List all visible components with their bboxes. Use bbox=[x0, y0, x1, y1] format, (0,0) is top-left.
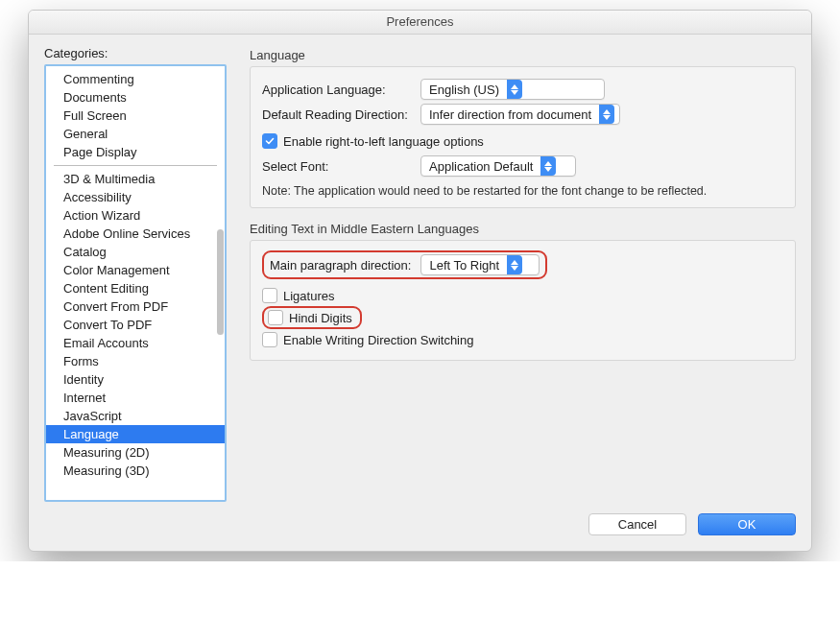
category-item[interactable]: Accessibility bbox=[46, 188, 225, 206]
category-item[interactable]: Forms bbox=[46, 352, 225, 370]
reading-direction-value: Infer direction from document bbox=[421, 105, 599, 124]
me-section-title: Editing Text in Middle Eastern Languages bbox=[250, 222, 796, 236]
preferences-window: Preferences Categories: CommentingDocume… bbox=[28, 10, 812, 552]
category-item[interactable]: Measuring (2D) bbox=[46, 443, 225, 462]
app-language-value: English (US) bbox=[421, 80, 507, 99]
category-item[interactable]: JavaScript bbox=[46, 407, 225, 425]
select-font-label: Select Font: bbox=[262, 159, 420, 174]
direction-switching-checkbox[interactable] bbox=[262, 332, 277, 347]
scrollbar-thumb[interactable] bbox=[217, 229, 224, 335]
chevron-updown-icon bbox=[540, 156, 556, 176]
app-language-select[interactable]: English (US) bbox=[420, 79, 605, 100]
paragraph-direction-highlight: Main paragraph direction: Left To Right bbox=[262, 250, 547, 279]
hindi-digits-label: Hindi Digits bbox=[289, 311, 352, 325]
category-item[interactable]: Convert To PDF bbox=[46, 316, 225, 334]
hindi-digits-checkbox[interactable] bbox=[268, 310, 283, 325]
ligatures-checkbox[interactable] bbox=[262, 288, 277, 303]
category-item[interactable]: Measuring (3D) bbox=[46, 462, 225, 480]
category-item[interactable]: Email Accounts bbox=[46, 334, 225, 352]
categories-label: Categories: bbox=[44, 46, 227, 60]
window-title: Preferences bbox=[386, 14, 453, 29]
category-item[interactable]: Page Display bbox=[46, 143, 225, 161]
paragraph-direction-select[interactable]: Left To Right bbox=[420, 254, 540, 275]
language-group: Application Language: English (US) Defau… bbox=[250, 66, 796, 208]
ok-button[interactable]: OK bbox=[698, 513, 796, 535]
dialog-footer: Cancel OK bbox=[29, 502, 811, 551]
categories-sidebar: Categories: CommentingDocumentsFull Scre… bbox=[44, 46, 227, 502]
chevron-updown-icon bbox=[507, 255, 522, 274]
ligatures-label: Ligatures bbox=[283, 289, 334, 303]
select-font-select[interactable]: Application Default bbox=[420, 155, 576, 177]
font-restart-note: Note: The application would need to be r… bbox=[262, 184, 783, 198]
category-separator bbox=[54, 165, 217, 166]
chevron-updown-icon bbox=[599, 105, 614, 124]
enable-rtl-label: Enable right-to-left language options bbox=[283, 134, 484, 149]
language-section-title: Language bbox=[250, 48, 796, 62]
paragraph-direction-label: Main paragraph direction: bbox=[270, 258, 411, 273]
category-item[interactable]: Documents bbox=[46, 88, 225, 107]
paragraph-direction-value: Left To Right bbox=[421, 255, 507, 274]
category-item[interactable]: Adobe Online Services bbox=[46, 225, 225, 243]
select-font-value: Application Default bbox=[421, 156, 540, 176]
enable-rtl-checkbox[interactable] bbox=[262, 133, 277, 149]
hindi-digits-highlight: Hindi Digits bbox=[262, 306, 362, 329]
category-item[interactable]: Convert From PDF bbox=[46, 297, 225, 316]
category-item[interactable]: Full Screen bbox=[46, 107, 225, 125]
categories-listbox[interactable]: CommentingDocumentsFull ScreenGeneralPag… bbox=[44, 64, 227, 502]
direction-switching-label: Enable Writing Direction Switching bbox=[283, 333, 473, 347]
category-item[interactable]: Color Management bbox=[46, 261, 225, 279]
settings-pane: Language Application Language: English (… bbox=[250, 46, 796, 502]
reading-direction-select[interactable]: Infer direction from document bbox=[420, 104, 620, 125]
check-icon bbox=[265, 136, 275, 146]
category-item[interactable]: Content Editing bbox=[46, 279, 225, 297]
category-item[interactable]: Identity bbox=[46, 370, 225, 389]
category-item[interactable]: Action Wizard bbox=[46, 206, 225, 225]
category-item[interactable]: Internet bbox=[46, 389, 225, 407]
chevron-updown-icon bbox=[507, 80, 522, 99]
titlebar: Preferences bbox=[29, 11, 811, 35]
category-item[interactable]: General bbox=[46, 125, 225, 143]
app-language-label: Application Language: bbox=[262, 83, 420, 97]
category-item[interactable]: Commenting bbox=[46, 70, 225, 88]
middle-eastern-group: Main paragraph direction: Left To Right … bbox=[250, 240, 796, 361]
category-item[interactable]: Catalog bbox=[46, 243, 225, 261]
reading-direction-label: Default Reading Direction: bbox=[262, 107, 420, 122]
category-item[interactable]: Language bbox=[46, 425, 225, 443]
category-item[interactable]: 3D & Multimedia bbox=[46, 170, 225, 188]
cancel-button[interactable]: Cancel bbox=[588, 513, 686, 535]
